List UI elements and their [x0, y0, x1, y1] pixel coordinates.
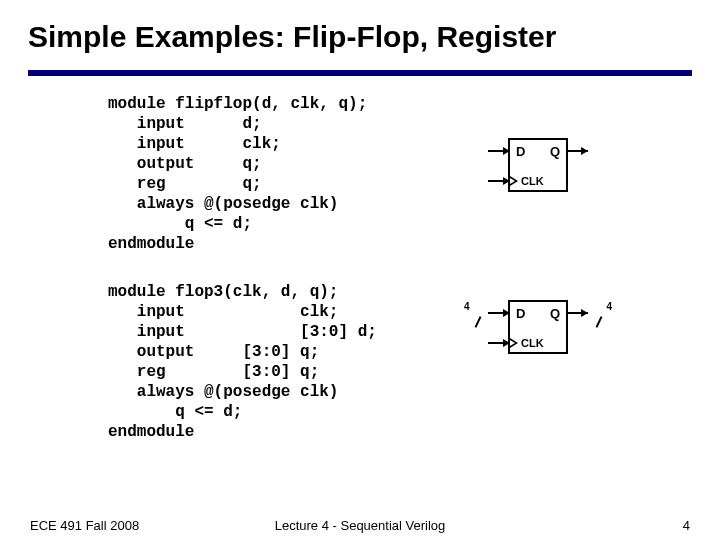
arrow-icon [581, 147, 588, 155]
register-box: 4 4 D Q CLK [508, 300, 568, 354]
arrow-icon [581, 309, 588, 317]
arrow-icon [503, 309, 510, 317]
code-block-flop3: module flop3(clk, d, q); input clk; inpu… [108, 282, 692, 442]
port-label-clk: CLK [521, 175, 544, 187]
diagram-flipflop: D Q CLK [508, 138, 568, 192]
port-label-q: Q [550, 144, 560, 159]
port-label-q: Q [550, 306, 560, 321]
content-area: module flipflop(d, clk, q); input d; inp… [28, 94, 692, 442]
clock-edge-icon [510, 338, 518, 348]
footer-lecture: Lecture 4 - Sequential Verilog [0, 518, 720, 533]
wire-q [566, 150, 588, 152]
wire-d-bus: 4 [488, 312, 510, 314]
wire-clk [488, 342, 510, 344]
arrow-icon [503, 147, 510, 155]
diagram-flop3: 4 4 D Q CLK [508, 300, 568, 354]
port-label-clk: CLK [521, 337, 544, 349]
slide: Simple Examples: Flip-Flop, Register mod… [0, 0, 720, 540]
port-label-d: D [516, 144, 525, 159]
port-label-d: D [516, 306, 525, 321]
clock-edge-icon [510, 176, 518, 186]
bus-width-out: 4 [606, 301, 612, 312]
wire-d [488, 150, 510, 152]
arrow-icon [503, 177, 510, 185]
flipflop-box: D Q CLK [508, 138, 568, 192]
bus-width-in: 4 [464, 301, 470, 312]
page-number: 4 [683, 518, 690, 533]
arrow-icon [503, 339, 510, 347]
wire-q-bus: 4 [566, 312, 588, 314]
code-block-flipflop: module flipflop(d, clk, q); input d; inp… [108, 94, 692, 254]
page-title: Simple Examples: Flip-Flop, Register [28, 0, 692, 64]
wire-clk [488, 180, 510, 182]
title-rule [28, 70, 692, 76]
